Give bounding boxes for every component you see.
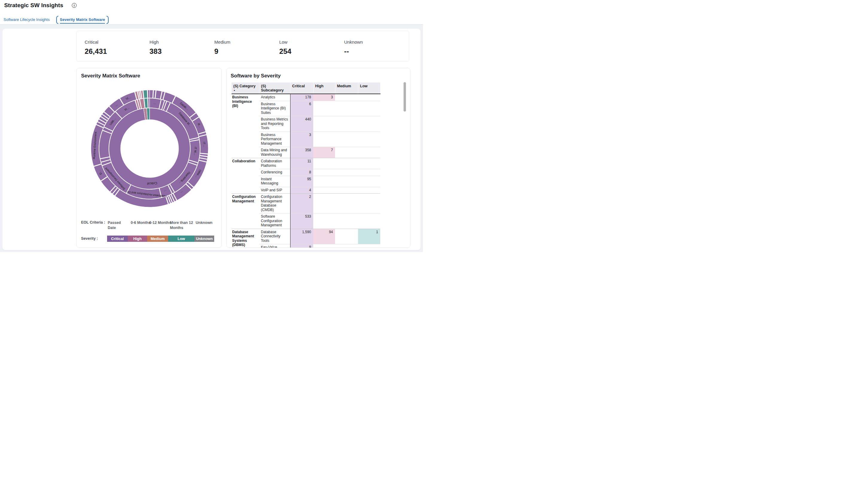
low-value-cell[interactable] [358,131,380,147]
kpi-value: 254 [279,47,344,56]
sunburst-segment-category[interactable] [189,140,200,162]
kpi-value: -- [344,47,409,56]
medium-value-cell[interactable] [335,94,358,101]
column-header-low[interactable]: Low [358,83,380,94]
medium-value-cell[interactable] [335,176,358,187]
active-tab-underline [60,23,105,24]
subcategory-cell[interactable]: Business Performance Management [259,131,290,147]
subcategory-cell[interactable]: Conferencing [259,169,290,176]
low-value-cell[interactable] [358,187,380,194]
critical-value-cell[interactable]: 6 [290,101,313,116]
sunburst-segment-subcategory[interactable] [148,90,149,98]
critical-value-cell[interactable]: 9 [290,244,313,248]
subcategory-cell[interactable]: Configuration Management Database (CMDB) [259,194,290,213]
medium-value-cell[interactable] [335,187,358,194]
critical-value-cell[interactable]: 4 [290,187,313,194]
category-cell[interactable]: Collaboration [231,158,259,194]
high-value-cell[interactable] [313,244,335,248]
medium-value-cell[interactable] [335,229,358,244]
low-value-cell[interactable] [358,94,380,101]
sunburst-segment-severity[interactable] [109,108,190,189]
medium-value-cell[interactable] [335,131,358,147]
high-value-cell[interactable]: 3 [313,94,335,101]
tab-software-lifecycle-insights[interactable]: Software Lifecycle Insights [4,17,50,22]
high-value-cell[interactable] [313,101,335,116]
low-value-cell[interactable] [358,169,380,176]
tab-bar: Software Lifecycle Insights Severity Mat… [0,16,423,24]
subcategory-cell[interactable]: Database Connectivity Tools [259,229,290,244]
low-value-cell[interactable] [358,176,380,187]
subcategory-cell[interactable]: Business Metrics and Reporting Tools [259,116,290,132]
critical-value-cell[interactable]: 440 [290,116,313,132]
info-icon[interactable]: i [72,3,76,8]
low-value-cell[interactable] [358,158,380,169]
sunburst-panel-title: Severity Matrix Software [81,73,140,79]
low-value-cell[interactable] [358,147,380,158]
kpi-medium: Medium9 [214,39,279,61]
high-value-cell[interactable] [313,176,335,187]
subcategory-cell[interactable]: Data Mining and Warehousing [259,147,290,158]
critical-value-cell[interactable]: 358 [290,147,313,158]
table-row[interactable]: Business Intelligence (BI)Analytics1783 [231,94,380,101]
low-value-cell[interactable]: 1 [358,229,380,244]
high-value-cell[interactable] [313,187,335,194]
sunburst-segment-subcategory[interactable] [149,90,153,98]
category-cell[interactable]: Business Intelligence (BI) [231,94,259,158]
high-value-cell[interactable] [313,213,335,229]
high-value-cell[interactable]: 7 [313,147,335,158]
category-cell[interactable]: Database Management Systems (DBMS) [231,229,259,248]
subcategory-cell[interactable]: Business Intelligence (BI) Suites [259,101,290,116]
category-cell[interactable]: Configuration Management [231,194,259,229]
subcategory-cell[interactable]: VoIP and SIP [259,187,290,194]
critical-value-cell[interactable]: 8 [290,169,313,176]
critical-value-cell[interactable]: 11 [290,158,313,169]
critical-value-cell[interactable]: 178 [290,94,313,101]
subcategory-cell[interactable]: Software Configuration Management [259,213,290,229]
critical-value-cell[interactable]: 533 [290,213,313,229]
column-header-medium[interactable]: Medium [335,83,358,94]
subcategory-cell[interactable]: Collaboration Platforms [259,158,290,169]
column-header--s-category[interactable]: (S) Category▲ [231,83,259,94]
high-value-cell[interactable] [313,131,335,147]
subcategory-cell[interactable]: Key-Value Database [259,244,290,248]
medium-value-cell[interactable] [335,244,358,248]
low-value-cell[interactable] [358,116,380,132]
medium-value-cell[interactable] [335,194,358,213]
table-scrollbar-thumb[interactable] [404,82,406,111]
high-value-cell[interactable] [313,194,335,213]
low-value-cell[interactable] [358,101,380,116]
table-row[interactable]: Database Management Systems (DBMS)Databa… [231,229,380,244]
table-row[interactable]: Configuration ManagementConfiguration Ma… [231,194,380,213]
medium-value-cell[interactable] [335,158,358,169]
high-value-cell[interactable] [313,116,335,132]
low-value-cell[interactable] [358,213,380,229]
low-value-cell[interactable] [358,244,380,248]
sunburst-segment-category[interactable] [148,98,149,108]
high-value-cell[interactable]: 94 [313,229,335,244]
medium-value-cell[interactable] [335,101,358,116]
subcategory-cell[interactable]: Instant Messaging [259,176,290,187]
column-header-critical[interactable]: Critical [290,83,313,94]
column-header--s-subcategory[interactable]: (S) Subcategory [259,83,290,94]
medium-value-cell[interactable] [335,213,358,229]
severity-chip-critical: Critical [107,236,128,242]
sunburst-segment-subcategory[interactable] [199,135,208,154]
medium-value-cell[interactable] [335,147,358,158]
table-row[interactable]: CollaborationCollaboration Platforms11 [231,158,380,169]
critical-value-cell[interactable]: 3 [290,131,313,147]
severity-chips: CriticalHighMediumLowUnknown [107,236,214,242]
medium-value-cell[interactable] [335,169,358,176]
low-value-cell[interactable] [358,194,380,213]
critical-value-cell[interactable]: 2 [290,194,313,213]
sunburst-segment-subcategory[interactable] [153,90,156,98]
high-value-cell[interactable] [313,158,335,169]
medium-value-cell[interactable] [335,116,358,132]
tab-severity-matrix-software[interactable]: Severity Matrix Software [60,17,105,22]
sunburst-segment-subcategory[interactable] [143,90,147,98]
critical-value-cell[interactable]: 95 [290,176,313,187]
sunburst-segment-category[interactable] [149,98,161,109]
critical-value-cell[interactable]: 1,590 [290,229,313,244]
subcategory-cell[interactable]: Analytics [259,94,290,101]
high-value-cell[interactable] [313,169,335,176]
column-header-high[interactable]: High [313,83,335,94]
